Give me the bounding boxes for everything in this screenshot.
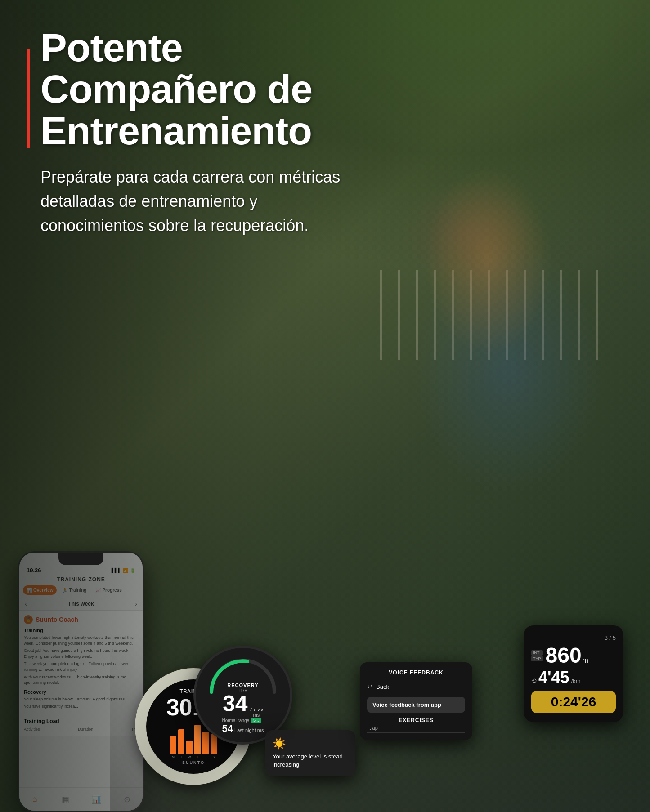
hero-subtitle: Prepárate para cada carrera con métricas…	[27, 165, 342, 238]
bar-5	[202, 732, 209, 754]
distance-value: 860	[546, 645, 582, 666]
day-m: M	[170, 755, 176, 758]
typ-badge: TYP	[531, 656, 543, 661]
avg-text: Your average level is stead... increasin…	[273, 753, 348, 769]
day-t2: T	[194, 755, 201, 758]
phone-notch	[58, 553, 103, 565]
last-night-unit: ms	[257, 727, 264, 733]
distance-unit: m	[583, 656, 588, 665]
int-badge: INT	[531, 650, 543, 656]
voice-back-item[interactable]: ↩ Back	[367, 680, 465, 693]
voice-section-title: VOICE FEEDBACK	[367, 669, 465, 676]
exercises-title: EXERCISES	[367, 717, 465, 723]
pace-unit: /km	[571, 678, 581, 684]
recovery-range: Normal range 5...	[222, 718, 264, 723]
normal-range-text: Normal range	[222, 718, 250, 723]
bar-2	[178, 729, 184, 754]
recovery-unit: ms	[250, 712, 264, 718]
bar-1	[170, 736, 176, 754]
normal-range-value: 5...	[251, 718, 261, 723]
day-w: W	[186, 755, 193, 758]
bar-4	[194, 725, 201, 754]
recovery-arc-svg	[202, 651, 283, 696]
recovery-period: 7-d av	[250, 707, 264, 712]
day-s: S	[211, 755, 217, 758]
day-f: F	[202, 755, 209, 758]
voice-feedback-button[interactable]: Voice feedback from app	[367, 697, 465, 713]
sun-icon: ☀️	[273, 737, 348, 750]
timer-display: 0:24'26	[531, 691, 616, 713]
red-accent-bar	[27, 49, 30, 148]
voice-feedback-text: Voice feedback from app	[372, 701, 460, 708]
stats-card: 3 / 5 INT TYP 860 m ⟲ 4'45 /km 0:24'26	[524, 625, 623, 722]
last-night-value: 54	[222, 723, 233, 734]
recovery-last-night: 54 Last night ms	[222, 723, 264, 735]
pace-value: 4'45	[538, 668, 569, 687]
last-night-label: Last night	[234, 727, 256, 733]
back-icon: ↩	[367, 683, 372, 690]
voice-feedback-card: VOICE FEEDBACK ↩ Back Voice feedback fro…	[360, 662, 472, 740]
hero-text-section: Potente Compañero de Entrenamiento Prepá…	[27, 27, 364, 238]
watch-days: M T W T F S	[170, 755, 217, 758]
stats-counter: 3 / 5	[531, 634, 616, 641]
timer-value: 0:24'26	[551, 694, 596, 709]
day-t1: T	[178, 755, 184, 758]
back-label: Back	[376, 683, 389, 690]
bar-3	[186, 741, 193, 754]
avg-card: ☀️ Your average level is stead... increa…	[265, 730, 355, 776]
hero-title: Potente Compañero de Entrenamiento	[27, 27, 364, 152]
pace-icon: ⟲	[531, 677, 537, 684]
suunto-logo: SUUNTO	[182, 760, 205, 765]
exercises-item: ...lap	[367, 723, 465, 733]
